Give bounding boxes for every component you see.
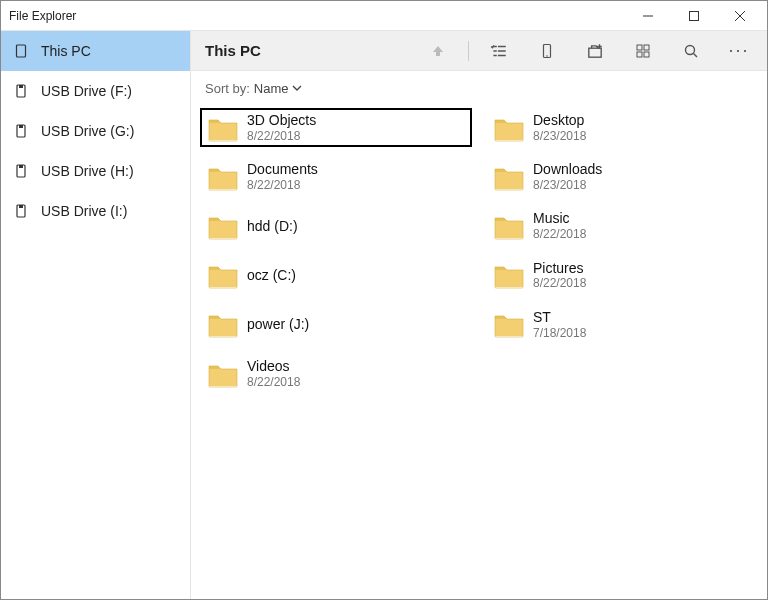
app-body: This PCUSB Drive (F:)USB Drive (G:)USB D…: [1, 31, 767, 599]
new-item-icon: [586, 42, 604, 60]
folder-date: 8/22/2018: [247, 129, 316, 143]
folder-grid: 3D Objects8/22/2018Desktop8/23/2018Docum…: [201, 109, 757, 392]
sidebar-item-label: USB Drive (F:): [41, 83, 132, 99]
folder-icon: [207, 212, 239, 240]
usb-drive-icon: [13, 123, 29, 139]
sidebar: This PCUSB Drive (F:)USB Drive (G:)USB D…: [1, 31, 191, 599]
maximize-button[interactable]: [671, 1, 717, 31]
sidebar-item-label: This PC: [41, 43, 91, 59]
grid-view-button[interactable]: [621, 31, 665, 71]
toolbar: This PC ···: [191, 31, 767, 71]
folder-name: ST: [533, 309, 586, 326]
close-icon: [735, 11, 745, 21]
arrow-up-icon: [430, 43, 446, 59]
location-title: This PC: [205, 42, 261, 59]
folder-name: Pictures: [533, 260, 586, 277]
folder-name: ocz (C:): [247, 267, 296, 284]
minimize-button[interactable]: [625, 1, 671, 31]
folder-date: 8/22/2018: [533, 227, 586, 241]
file-explorer-window: File Explorer This PCUSB Drive (F:)USB D…: [0, 0, 768, 600]
sidebar-item[interactable]: This PC: [1, 31, 190, 71]
folder-item[interactable]: Videos8/22/2018: [201, 355, 471, 392]
phone-button[interactable]: [525, 31, 569, 71]
folder-icon: [493, 163, 525, 191]
folder-date: 8/23/2018: [533, 129, 586, 143]
folder-name: power (J:): [247, 316, 309, 333]
folder-icon: [493, 212, 525, 240]
folder-date: 8/22/2018: [533, 276, 586, 290]
folder-item[interactable]: ocz (C:): [201, 257, 471, 294]
folder-name: Videos: [247, 358, 300, 375]
folder-icon: [207, 360, 239, 388]
folder-name: Music: [533, 210, 586, 227]
folder-item[interactable]: hdd (D:): [201, 207, 471, 244]
folder-name: Documents: [247, 161, 318, 178]
more-icon: ···: [728, 40, 749, 61]
content-area: 3D Objects8/22/2018Desktop8/23/2018Docum…: [191, 105, 767, 599]
folder-item[interactable]: Pictures8/22/2018: [487, 257, 757, 294]
sidebar-item[interactable]: USB Drive (F:): [1, 71, 190, 111]
sidebar-item[interactable]: USB Drive (G:): [1, 111, 190, 151]
folder-item[interactable]: power (J:): [201, 306, 471, 343]
main-panel: This PC ··· Sort by: Name 3D O: [191, 31, 767, 599]
folder-text: Videos8/22/2018: [247, 358, 300, 389]
folder-date: 8/22/2018: [247, 178, 318, 192]
titlebar: File Explorer: [1, 1, 767, 31]
new-item-button[interactable]: [573, 31, 617, 71]
folder-item[interactable]: ST7/18/2018: [487, 306, 757, 343]
folder-item[interactable]: Music8/22/2018: [487, 207, 757, 244]
folder-icon: [207, 163, 239, 191]
folder-text: ST7/18/2018: [533, 309, 586, 340]
search-button[interactable]: [669, 31, 713, 71]
maximize-icon: [689, 11, 699, 21]
more-button[interactable]: ···: [717, 31, 761, 71]
folder-icon: [493, 310, 525, 338]
sidebar-item-label: USB Drive (G:): [41, 123, 134, 139]
sidebar-item[interactable]: USB Drive (I:): [1, 191, 190, 231]
folder-text: 3D Objects8/22/2018: [247, 112, 316, 143]
window-title: File Explorer: [9, 9, 76, 23]
up-button[interactable]: [416, 31, 460, 71]
folder-name: 3D Objects: [247, 112, 316, 129]
sidebar-item-label: USB Drive (I:): [41, 203, 127, 219]
folder-item[interactable]: Desktop8/23/2018: [487, 109, 757, 146]
folder-text: Music8/22/2018: [533, 210, 586, 241]
sort-field-text: Name: [254, 81, 289, 96]
folder-date: 7/18/2018: [533, 326, 586, 340]
toolbar-separator: [468, 41, 469, 61]
folder-item[interactable]: 3D Objects8/22/2018: [201, 109, 471, 146]
folder-text: hdd (D:): [247, 218, 298, 235]
list-view-button[interactable]: [477, 31, 521, 71]
folder-text: Pictures8/22/2018: [533, 260, 586, 291]
minimize-icon: [643, 11, 653, 21]
folder-text: Desktop8/23/2018: [533, 112, 586, 143]
folder-text: ocz (C:): [247, 267, 296, 284]
usb-drive-icon: [13, 163, 29, 179]
grid-view-icon: [635, 43, 651, 59]
folder-date: 8/23/2018: [533, 178, 602, 192]
folder-icon: [207, 114, 239, 142]
folder-icon: [493, 261, 525, 289]
folder-icon: [207, 310, 239, 338]
sort-label: Sort by:: [205, 81, 250, 96]
sidebar-item[interactable]: USB Drive (H:): [1, 151, 190, 191]
usb-drive-icon: [13, 83, 29, 99]
folder-item[interactable]: Downloads8/23/2018: [487, 158, 757, 195]
chevron-down-icon: [292, 83, 302, 93]
device-icon: [13, 43, 29, 59]
folder-text: Downloads8/23/2018: [533, 161, 602, 192]
sort-field-button[interactable]: Name: [254, 81, 303, 96]
folder-icon: [207, 261, 239, 289]
phone-icon: [539, 43, 555, 59]
list-view-icon: [490, 42, 508, 60]
folder-icon: [493, 114, 525, 142]
sidebar-item-label: USB Drive (H:): [41, 163, 134, 179]
folder-text: power (J:): [247, 316, 309, 333]
folder-text: Documents8/22/2018: [247, 161, 318, 192]
folder-name: Downloads: [533, 161, 602, 178]
folder-item[interactable]: Documents8/22/2018: [201, 158, 471, 195]
search-icon: [683, 43, 699, 59]
close-button[interactable]: [717, 1, 763, 31]
sort-row: Sort by: Name: [191, 71, 767, 105]
usb-drive-icon: [13, 203, 29, 219]
